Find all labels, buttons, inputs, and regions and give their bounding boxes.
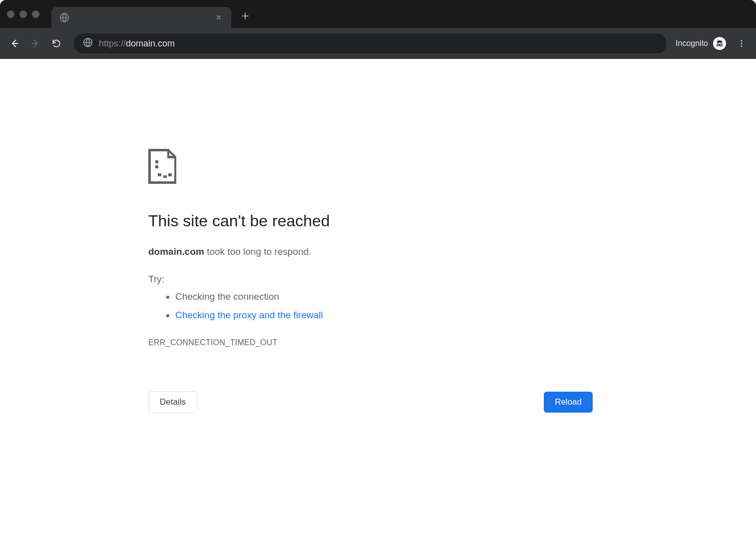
svg-rect-9	[158, 173, 161, 176]
svg-rect-10	[163, 175, 167, 178]
error-host: domain.com	[148, 246, 204, 257]
error-message-suffix: took too long to respond.	[204, 246, 311, 257]
error-heading: This site can't be reached	[148, 212, 608, 230]
url-domain: domain.com	[126, 38, 175, 49]
tab-bar	[0, 0, 756, 28]
incognito-label: Incognito	[676, 39, 708, 48]
sad-page-icon	[148, 149, 608, 184]
browser-tab[interactable]	[51, 7, 231, 28]
suggestion-item: Checking the proxy and the firewall	[175, 306, 608, 324]
url-text: https://domain.com	[99, 38, 175, 49]
window-controls	[7, 10, 39, 18]
incognito-icon[interactable]	[713, 37, 726, 50]
globe-icon	[83, 37, 93, 49]
suggestions-list: Checking the connection Checking the pro…	[148, 288, 608, 324]
error-code: ERR_CONNECTION_TIMED_OUT	[148, 338, 608, 347]
reload-button[interactable]: Reload	[544, 392, 593, 413]
forward-button[interactable]	[27, 35, 44, 52]
error-description: domain.com took too long to respond.	[148, 244, 608, 259]
new-tab-button[interactable]	[236, 7, 254, 25]
svg-rect-7	[155, 160, 158, 163]
svg-point-5	[741, 43, 743, 44]
browser-chrome: https://domain.com Incognito	[0, 0, 756, 59]
back-button[interactable]	[6, 35, 23, 52]
incognito-badge: Incognito	[676, 37, 726, 50]
page-content: This site can't be reached domain.com to…	[0, 59, 756, 413]
svg-point-4	[741, 40, 743, 41]
url-scheme: https://	[99, 38, 126, 49]
svg-point-6	[741, 45, 743, 47]
window-maximize-button[interactable]	[32, 10, 39, 18]
svg-rect-8	[155, 165, 158, 168]
button-row: Details Reload	[148, 391, 608, 413]
try-label: Try:	[148, 274, 608, 285]
proxy-firewall-link[interactable]: Checking the proxy and the firewall	[175, 310, 323, 320]
svg-rect-11	[168, 173, 172, 176]
svg-point-3	[720, 44, 723, 46]
suggestion-item: Checking the connection	[175, 288, 608, 306]
details-button[interactable]: Details	[148, 391, 197, 413]
menu-button[interactable]	[733, 35, 750, 52]
globe-icon	[59, 12, 69, 22]
svg-point-2	[717, 44, 720, 46]
error-container: This site can't be reached domain.com to…	[148, 149, 608, 413]
window-close-button[interactable]	[7, 10, 14, 18]
window-minimize-button[interactable]	[19, 10, 27, 18]
address-bar[interactable]: https://domain.com	[74, 33, 667, 53]
close-tab-icon[interactable]	[214, 13, 223, 22]
reload-nav-button[interactable]	[48, 35, 65, 52]
browser-toolbar: https://domain.com Incognito	[0, 28, 756, 59]
